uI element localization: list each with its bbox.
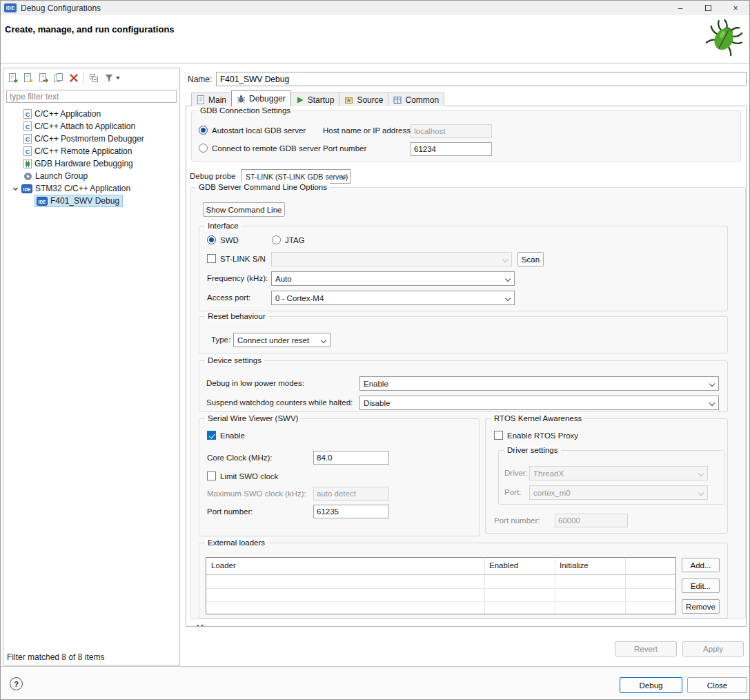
duplicate-button[interactable]: [51, 70, 66, 86]
tab-source[interactable]: Source: [339, 93, 388, 106]
close-button[interactable]: ×: [722, 1, 749, 15]
tree-item-cpp-remote[interactable]: C C/C++ Remote Application: [3, 145, 179, 157]
watchdog-combo[interactable]: Disable: [359, 396, 719, 410]
swv-enable-checkbox[interactable]: [207, 431, 216, 440]
reset-type-combo[interactable]: Connect under reset: [233, 333, 330, 347]
tree-item-cpp-attach[interactable]: C C/C++ Attach to Application: [3, 120, 179, 133]
filter-input[interactable]: [6, 90, 177, 103]
chevron-expanded-icon[interactable]: [12, 186, 19, 192]
external-loaders-table[interactable]: Loader Enabled Initialize: [206, 557, 676, 614]
tree-item-cpp-postmortem[interactable]: C C/C++ Postmortem Debugger: [3, 133, 179, 145]
revert-button[interactable]: Revert: [615, 641, 677, 657]
new-configuration-button[interactable]: [6, 70, 21, 86]
swd-label[interactable]: SWD: [220, 236, 239, 244]
stlink-serial-label[interactable]: ST-LINK S/N: [220, 255, 266, 263]
filter-menu-button[interactable]: [101, 70, 122, 86]
tab-label: Common: [405, 95, 439, 105]
swv-enable-label[interactable]: Enable: [220, 431, 245, 440]
autostart-gdb-radio[interactable]: [199, 126, 208, 135]
stm32-ide-icon: IDE: [21, 184, 32, 193]
debug-probe-combo[interactable]: ST-LINK (ST-LINK GDB server): [241, 169, 351, 184]
debug-probe-value: ST-LINK (ST-LINK GDB server): [246, 173, 348, 181]
rtos-proxy-label[interactable]: Enable RTOS Proxy: [507, 431, 578, 440]
close-dialog-button[interactable]: Close: [687, 677, 747, 693]
tree-item-label: GDB Hardware Debugging: [34, 159, 133, 168]
name-input[interactable]: [216, 72, 747, 86]
remove-loader-button[interactable]: Remove: [682, 599, 720, 614]
remote-gdb-label[interactable]: Connect to remote GDB server: [212, 144, 321, 153]
debug-button[interactable]: Debug: [620, 677, 682, 693]
add-loader-button[interactable]: Add...: [682, 558, 720, 572]
export-configurations-button[interactable]: [36, 70, 51, 86]
jtag-radio[interactable]: [272, 235, 281, 244]
bug-illustration-icon: [701, 17, 745, 61]
access-port-label: Access port:: [207, 293, 250, 302]
tree-item-label: STM32 C/C++ Application: [35, 184, 130, 193]
port-number-input[interactable]: [411, 142, 492, 156]
selected-tree-item[interactable]: IDE F401_SWV Debug: [34, 195, 123, 207]
toolbar-separator: [83, 72, 84, 84]
column-header-enabled[interactable]: Enabled: [489, 561, 518, 570]
host-label: Host name or IP address: [323, 126, 411, 135]
column-header-initialize[interactable]: Initialize: [560, 561, 589, 570]
column-header-loader[interactable]: Loader: [211, 561, 236, 570]
tree-item-label: C/C++ Attach to Application: [34, 121, 135, 131]
external-loaders-group: External loaders Loader Enabled Initiali…: [199, 543, 728, 619]
help-button[interactable]: ?: [10, 677, 23, 690]
collapse-all-button[interactable]: [86, 70, 101, 86]
autostart-gdb-label[interactable]: Autostart local GDB server: [212, 126, 306, 135]
scan-button[interactable]: Scan: [517, 252, 544, 266]
chevron-down-icon: [321, 338, 326, 343]
frequency-label: Frequency (kHz):: [207, 274, 268, 282]
swd-radio[interactable]: [207, 235, 216, 244]
svg-text:C: C: [26, 124, 30, 130]
remote-gdb-radio[interactable]: [199, 144, 208, 153]
limit-swo-label[interactable]: Limit SWO clock: [220, 472, 278, 480]
minimize-button[interactable]: –: [667, 1, 694, 15]
tab-label: Main: [208, 95, 226, 105]
access-port-combo[interactable]: 0 - Cortex-M4: [271, 291, 515, 305]
tree-item-launch-group[interactable]: Launch Group: [3, 170, 179, 182]
new-prototype-button[interactable]: [21, 70, 36, 86]
stm32-ide-icon: IDE: [37, 197, 48, 206]
chevron-down-icon: [505, 295, 511, 301]
apply-button[interactable]: Apply: [682, 641, 744, 657]
core-clock-input[interactable]: [313, 451, 389, 465]
tab-debugger[interactable]: Debugger: [231, 90, 291, 106]
group-label: RTOS Kernel Awareness: [491, 414, 584, 423]
tab-common[interactable]: Common: [388, 93, 444, 106]
delete-button[interactable]: [66, 70, 81, 86]
maximize-button[interactable]: [694, 1, 722, 15]
tab-startup[interactable]: Startup: [290, 93, 340, 106]
frequency-combo[interactable]: Auto: [271, 271, 515, 286]
jtag-label[interactable]: JTAG: [285, 236, 305, 244]
stlink-serial-checkbox[interactable]: [207, 254, 216, 263]
tree-item-cpp-application[interactable]: C C/C++ Application: [3, 108, 179, 120]
tree-item-stm32-application[interactable]: IDE STM32 C/C++ Application: [3, 182, 179, 195]
group-label: GDB Connection Settings: [197, 106, 293, 115]
svg-text:C: C: [26, 148, 30, 155]
chevron-down-icon: [698, 490, 704, 496]
filter-field-wrap: [3, 88, 179, 104]
gdb-hardware-icon: [23, 159, 32, 168]
debugger-tab-icon: [237, 95, 246, 104]
edit-loader-button[interactable]: Edit...: [682, 579, 720, 593]
group-label: Interface: [205, 221, 241, 231]
name-label: Name:: [188, 75, 212, 84]
c-application-icon: C: [23, 109, 32, 119]
column-divider: [625, 558, 626, 614]
group-label: Driver settings: [504, 445, 561, 455]
tree-item-gdb-hardware[interactable]: GDB Hardware Debugging: [3, 157, 179, 170]
tab-main[interactable]: Main: [191, 93, 232, 106]
low-power-combo[interactable]: Enable: [359, 376, 719, 391]
limit-swo-checkbox[interactable]: [207, 471, 216, 480]
debug-configurations-dialog: IDE Debug Configurations – × Create, man…: [0, 0, 750, 700]
dialog-footer: ? Debug Close: [1, 666, 749, 699]
device-settings-group: Device settings Debug in low power modes…: [199, 360, 728, 412]
tree-item-f401-swv-debug[interactable]: IDE F401_SWV Debug: [3, 195, 179, 207]
svg-text:IDE: IDE: [39, 199, 47, 204]
rtos-proxy-checkbox[interactable]: [494, 431, 503, 440]
swv-port-input[interactable]: [313, 505, 389, 518]
chevron-down-icon: [709, 400, 715, 406]
show-command-line-button[interactable]: Show Command Line: [203, 202, 285, 217]
